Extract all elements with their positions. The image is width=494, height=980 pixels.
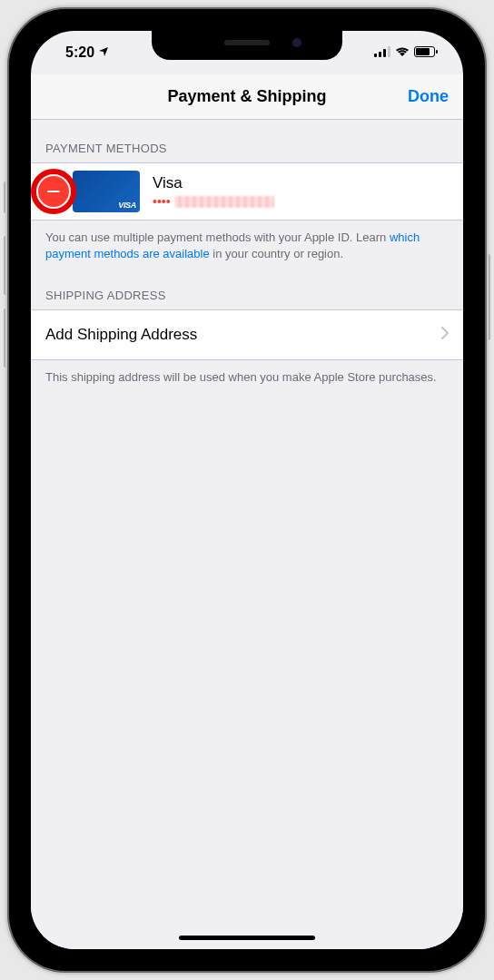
battery-icon — [414, 44, 438, 61]
home-indicator[interactable] — [179, 936, 315, 940]
credit-card-icon: VISA — [73, 171, 140, 212]
wifi-icon — [395, 44, 410, 61]
payment-methods-header: PAYMENT METHODS — [31, 120, 463, 162]
svg-rect-2 — [383, 49, 386, 57]
card-number-masked: •••• — [153, 194, 274, 209]
navigation-bar: Payment & Shipping Done — [31, 74, 463, 120]
shipping-footnote: This shipping address will be used when … — [31, 360, 463, 393]
svg-rect-1 — [379, 52, 381, 57]
notch-camera — [292, 38, 301, 47]
phone-frame: 5:20 — [9, 9, 485, 971]
card-logo-text: VISA — [118, 201, 136, 210]
svg-rect-3 — [388, 46, 390, 57]
notch — [152, 31, 342, 60]
payment-footnote: You can use multiple payment methods wit… — [31, 220, 463, 269]
card-info: Visa •••• — [153, 174, 274, 209]
card-brand-label: Visa — [153, 174, 274, 192]
svg-rect-5 — [416, 48, 430, 55]
notch-speaker — [224, 40, 270, 45]
cellular-signal-icon — [374, 44, 390, 61]
content-area: PAYMENT METHODS VISA Visa •••• You can u… — [31, 120, 463, 949]
status-icons — [374, 44, 438, 61]
redacted-card-digits — [174, 196, 274, 208]
svg-rect-6 — [436, 50, 438, 54]
phone-power-button — [485, 254, 490, 340]
done-button[interactable]: Done — [408, 87, 449, 106]
footnote-suffix: in your country or region. — [210, 247, 343, 260]
screen: 5:20 — [31, 31, 463, 949]
delete-payment-button[interactable] — [38, 176, 69, 207]
shipping-address-header: SHIPPING ADDRESS — [31, 269, 463, 309]
location-services-icon — [98, 44, 109, 61]
footnote-prefix: You can use multiple payment methods wit… — [45, 230, 390, 244]
time-text: 5:20 — [65, 44, 94, 61]
page-title: Payment & Shipping — [167, 87, 326, 106]
chevron-right-icon — [441, 327, 449, 343]
add-shipping-label: Add Shipping Address — [45, 326, 197, 344]
payment-method-row[interactable]: VISA Visa •••• — [31, 162, 463, 220]
status-time: 5:20 — [65, 44, 109, 61]
add-shipping-address-row[interactable]: Add Shipping Address — [31, 309, 463, 360]
svg-rect-0 — [374, 54, 377, 57]
card-dots: •••• — [153, 194, 171, 209]
